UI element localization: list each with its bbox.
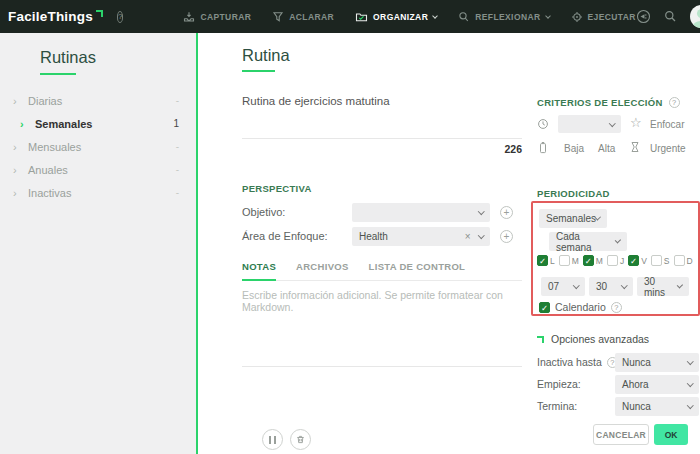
day-label: S	[664, 256, 670, 266]
day-checkbox-miercoles[interactable]	[583, 255, 594, 266]
inbox-tray-icon	[183, 11, 195, 23]
day-checkbox-viernes[interactable]	[628, 255, 639, 266]
minutos-value: 30	[596, 281, 607, 292]
chevron-right-icon: ›	[20, 118, 35, 130]
sidebar-item-anuales[interactable]: › Anuales -	[0, 158, 196, 181]
chevron-down-icon	[545, 13, 551, 19]
sidebar-item-label: Inactivas	[28, 187, 71, 199]
tab-archivos[interactable]: ARCHIVOS	[296, 261, 349, 280]
hora-select[interactable]: 07	[541, 277, 585, 296]
avatar[interactable]	[690, 5, 700, 28]
cancel-button[interactable]: CANCELAR	[593, 424, 649, 445]
help-icon[interactable]	[117, 11, 123, 23]
duracion-select[interactable]: 30 mins	[637, 277, 689, 296]
pause-button[interactable]	[262, 429, 283, 450]
whats-new-icon[interactable]	[636, 9, 651, 24]
day-label: V	[641, 256, 647, 266]
termina-value: Nunca	[622, 401, 651, 412]
name-input-underline	[242, 138, 522, 139]
empieza-select[interactable]: Ahora	[615, 375, 699, 394]
page-title: Rutina	[242, 46, 290, 65]
inactiva-hasta-select[interactable]: Nunca	[615, 353, 699, 372]
pause-icon	[269, 436, 276, 444]
main-nav: CAPTURAR ACLARAR ORGANIZAR	[183, 11, 636, 23]
funnel-icon	[272, 11, 284, 23]
routine-name-input[interactable]	[242, 95, 522, 107]
hourglass-icon	[630, 141, 640, 153]
calendario-help-icon[interactable]	[611, 302, 622, 313]
nav-label: CAPTURAR	[200, 12, 251, 22]
tiempo-select[interactable]	[558, 115, 621, 133]
sidebar-item-diarias[interactable]: › Diarias -	[0, 89, 196, 112]
chevron-right-icon: ›	[13, 95, 28, 107]
sidebar-item-count: 1	[173, 118, 179, 129]
energia-alta-label[interactable]: Alta	[598, 143, 615, 154]
add-objetivo-button[interactable]	[500, 206, 513, 219]
avatar-figure	[693, 21, 700, 28]
day-checkbox-martes[interactable]	[559, 255, 570, 266]
nav-organizar[interactable]: ORGANIZAR	[355, 11, 437, 23]
day-label: J	[620, 256, 624, 266]
tab-notas[interactable]: NOTAS	[242, 261, 276, 281]
day-checkbox-lunes[interactable]	[537, 255, 548, 266]
logo-text: FacileThings	[8, 9, 93, 24]
chevron-down-icon	[609, 120, 615, 126]
star-icon[interactable]: ☆	[630, 117, 642, 128]
chevron-right-icon: ›	[13, 164, 28, 176]
day-checkbox-jueves[interactable]	[607, 255, 618, 266]
criterios-help-icon[interactable]	[669, 97, 680, 108]
sidebar-item-mensuales[interactable]: › Mensuales -	[0, 135, 196, 158]
nav-label: EJECUTAR	[588, 12, 636, 22]
chevron-down-icon	[432, 13, 438, 19]
perspectiva-heading: PERSPECTIVA	[242, 183, 312, 194]
termina-select[interactable]: Nunca	[615, 397, 699, 416]
sidebar-item-label: Semanales	[35, 118, 92, 130]
opciones-avanzadas-toggle[interactable]: Opciones avanzadas	[537, 333, 649, 345]
nav-capturar[interactable]: CAPTURAR	[183, 11, 251, 23]
day-checkbox-sabado[interactable]	[651, 255, 662, 266]
periodicidad-tipo-select[interactable]: Semanales	[539, 209, 607, 228]
chevron-down-icon	[478, 208, 484, 214]
calendario-checkbox[interactable]	[539, 302, 550, 313]
frecuencia-select[interactable]: Cada semana	[549, 232, 627, 251]
add-area-button[interactable]	[500, 230, 513, 243]
termina-label: Termina:	[537, 400, 577, 412]
chevron-down-icon	[687, 358, 693, 364]
objetivo-select[interactable]	[352, 203, 490, 222]
nav-reflexionar[interactable]: REFLEXIONAR	[458, 11, 549, 23]
clear-icon[interactable]	[465, 231, 471, 242]
chevron-down-icon	[573, 282, 579, 288]
logo[interactable]: FacileThings	[8, 9, 103, 24]
nav-aclarar[interactable]: ACLARAR	[272, 11, 334, 23]
nav-ejecutar[interactable]: EJECUTAR	[571, 11, 636, 23]
chevron-right-icon: ›	[13, 187, 28, 199]
day-label: L	[550, 256, 555, 266]
logo-corner-icon	[96, 10, 103, 17]
chevron-down-icon	[478, 232, 484, 238]
delete-button[interactable]	[290, 429, 311, 450]
magnifier-eye-icon	[458, 11, 470, 23]
ok-button[interactable]: OK	[654, 424, 688, 445]
day-label: M	[596, 256, 603, 266]
top-bar: FacileThings CAPTURAR ACLARAR	[0, 0, 700, 33]
empieza-label: Empieza:	[537, 378, 581, 390]
day-label: M	[572, 256, 579, 266]
opciones-avanzadas-label: Opciones avanzadas	[551, 333, 649, 345]
minutos-select[interactable]: 30	[589, 277, 633, 296]
corner-mark-icon	[537, 336, 544, 343]
criterios-heading: CRITERIOS DE ELECCIÓN	[537, 97, 663, 108]
area-enfoque-select[interactable]: Health	[352, 227, 490, 246]
facilethings-app: FacileThings CAPTURAR ACLARAR	[0, 0, 700, 454]
notes-input[interactable]	[242, 289, 522, 359]
energia-baja-label[interactable]: Baja	[564, 143, 584, 154]
sidebar-item-inactivas[interactable]: › Inactivas -	[0, 181, 196, 204]
tab-lista-de-control[interactable]: LISTA DE CONTROL	[369, 261, 466, 280]
chevron-down-icon	[687, 380, 693, 386]
trash-icon	[295, 434, 306, 445]
sidebar-item-label: Mensuales	[28, 141, 81, 153]
sidebar-title-underline	[40, 73, 76, 75]
sidebar-item-semanales[interactable]: › Semanales 1	[0, 112, 196, 135]
search-icon[interactable]	[664, 10, 677, 23]
hora-value: 07	[548, 281, 559, 292]
day-checkbox-domingo[interactable]	[674, 255, 685, 266]
